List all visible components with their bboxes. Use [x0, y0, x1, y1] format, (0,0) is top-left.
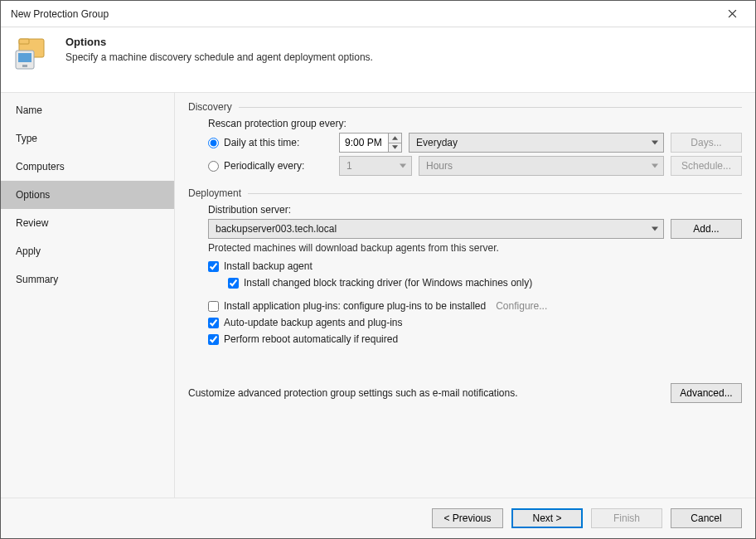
check-install-agent-input[interactable]	[208, 261, 219, 272]
discovery-label: Discovery	[188, 101, 232, 113]
check-auto-reboot[interactable]: Perform reboot automatically if required	[208, 333, 742, 345]
check-auto-update[interactable]: Auto-update backup agents and plug-ins	[208, 317, 742, 328]
page-title: Options	[65, 36, 373, 48]
body: Name Type Computers Options Review Apply…	[1, 92, 755, 498]
sidebar: Name Type Computers Options Review Apply…	[1, 93, 175, 498]
time-spin-down[interactable]	[389, 143, 401, 153]
add-server-button[interactable]: Add...	[671, 219, 742, 239]
sidebar-item-summary[interactable]: Summary	[1, 265, 174, 294]
check-install-agent[interactable]: Install backup agent	[208, 260, 742, 272]
check-install-cbt[interactable]: Install changed block tracking driver (f…	[228, 277, 742, 289]
check-install-agent-label: Install backup agent	[224, 260, 313, 272]
group-discovery: Discovery Rescan protection group every:…	[188, 101, 742, 179]
titlebar: New Protection Group	[1, 1, 755, 27]
configure-plugins-link[interactable]: Configure...	[496, 300, 547, 312]
page-subtitle: Specify a machine discovery schedule and…	[65, 51, 373, 63]
main-panel: Discovery Rescan protection group every:…	[175, 93, 755, 498]
radio-daily-label: Daily at this time:	[224, 137, 299, 148]
check-auto-reboot-input[interactable]	[208, 334, 219, 345]
radio-periodic[interactable]: Periodically every:	[208, 160, 332, 172]
svg-rect-3	[18, 53, 32, 62]
rescan-label: Rescan protection group every:	[208, 118, 742, 129]
sidebar-item-computers[interactable]: Computers	[1, 153, 174, 181]
sidebar-item-options[interactable]: Options	[1, 181, 174, 209]
check-install-plugins[interactable]: Install application plug-ins: configure …	[208, 300, 742, 312]
dist-label: Distribution server:	[208, 204, 742, 216]
dist-hint: Protected machines will download backup …	[208, 242, 742, 254]
group-deployment: Deployment Distribution server: backupse…	[188, 187, 742, 350]
check-install-plugins-label: Install application plug-ins: configure …	[224, 300, 486, 312]
time-field[interactable]	[339, 133, 402, 153]
radio-periodic-label: Periodically every:	[224, 160, 304, 172]
period-unit-combo: Hours	[419, 156, 664, 176]
check-auto-update-input[interactable]	[208, 318, 219, 328]
window-title: New Protection Group	[7, 8, 715, 20]
close-button[interactable]	[715, 2, 749, 26]
sidebar-item-name[interactable]: Name	[1, 96, 174, 124]
advanced-row: Customize advanced protection group sett…	[188, 383, 742, 403]
check-install-cbt-label: Install changed block tracking driver (f…	[244, 277, 532, 289]
close-icon	[728, 9, 737, 18]
advanced-button[interactable]: Advanced...	[671, 383, 742, 403]
check-auto-reboot-label: Perform reboot automatically if required	[224, 333, 398, 345]
wizard-buttons: < Previous Next > Finish Cancel	[1, 498, 755, 538]
sidebar-item-type[interactable]: Type	[1, 124, 174, 153]
cancel-button[interactable]: Cancel	[671, 508, 742, 528]
time-spin-up[interactable]	[389, 134, 401, 143]
header: Options Specify a machine discovery sche…	[1, 27, 755, 92]
header-text: Options Specify a machine discovery sche…	[65, 36, 373, 63]
previous-button[interactable]: < Previous	[432, 508, 503, 528]
check-install-plugins-input[interactable]	[208, 301, 219, 312]
finish-button: Finish	[591, 508, 662, 528]
options-icon	[14, 36, 54, 75]
advanced-note: Customize advanced protection group sett…	[188, 387, 518, 399]
radio-daily[interactable]: Daily at this time:	[208, 137, 332, 148]
period-unit: Hours	[426, 160, 453, 172]
check-auto-update-label: Auto-update backup agents and plug-ins	[224, 317, 403, 328]
radio-daily-input[interactable]	[208, 138, 219, 148]
days-button[interactable]: Days...	[671, 133, 742, 153]
sidebar-item-review[interactable]: Review	[1, 209, 174, 237]
svg-rect-4	[22, 65, 27, 67]
radio-periodic-input[interactable]	[208, 161, 219, 172]
check-install-cbt-input[interactable]	[228, 278, 239, 289]
day-combo-value: Everyday	[416, 137, 458, 148]
sidebar-item-apply[interactable]: Apply	[1, 237, 174, 265]
period-value: 1	[346, 160, 352, 172]
dist-server-combo[interactable]: backupserver003.tech.local	[208, 219, 664, 239]
schedule-button: Schedule...	[671, 156, 742, 176]
dist-server-value: backupserver003.tech.local	[216, 223, 337, 235]
dialog-new-protection-group: New Protection Group Options Specify a m…	[0, 0, 756, 539]
deployment-label: Deployment	[188, 187, 241, 199]
day-combo[interactable]: Everyday	[409, 133, 664, 153]
svg-rect-1	[19, 39, 29, 44]
period-value-combo: 1	[339, 156, 412, 176]
next-button[interactable]: Next >	[511, 508, 583, 528]
